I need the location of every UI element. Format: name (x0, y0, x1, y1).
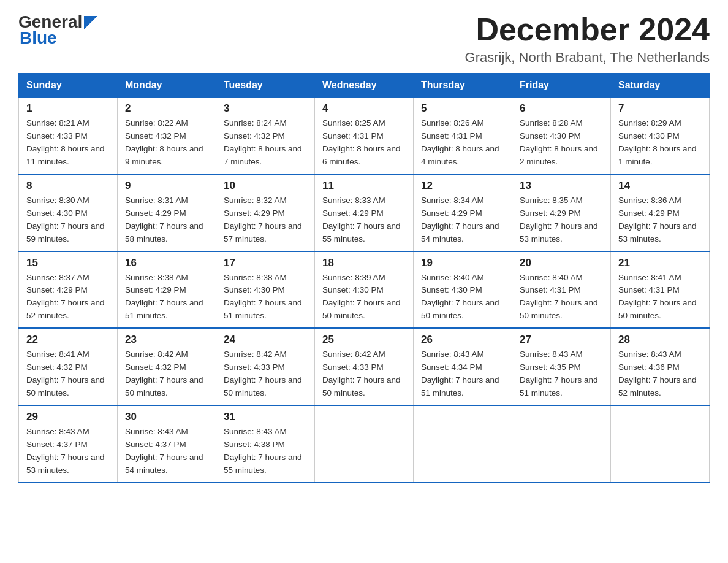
calendar-cell: 9 Sunrise: 8:31 AMSunset: 4:29 PMDayligh… (118, 174, 216, 251)
day-info: Sunrise: 8:24 AMSunset: 4:32 PMDaylight:… (224, 117, 307, 169)
day-info: Sunrise: 8:31 AMSunset: 4:29 PMDaylight:… (125, 194, 208, 246)
calendar-cell: 25 Sunrise: 8:42 AMSunset: 4:33 PMDaylig… (315, 328, 414, 405)
weekday-header-saturday: Saturday (611, 74, 710, 98)
day-number: 4 (322, 102, 406, 115)
day-info: Sunrise: 8:28 AMSunset: 4:30 PMDaylight:… (520, 117, 603, 169)
day-number: 3 (224, 102, 307, 115)
day-number: 11 (322, 180, 406, 192)
day-info: Sunrise: 8:43 AMSunset: 4:34 PMDaylight:… (421, 348, 504, 400)
calendar-cell: 7 Sunrise: 8:29 AMSunset: 4:30 PMDayligh… (611, 98, 710, 174)
day-info: Sunrise: 8:35 AMSunset: 4:29 PMDaylight:… (520, 194, 603, 246)
calendar-cell: 15 Sunrise: 8:37 AMSunset: 4:29 PMDaylig… (19, 251, 118, 329)
day-number: 18 (322, 257, 406, 269)
day-info: Sunrise: 8:26 AMSunset: 4:31 PMDaylight:… (421, 117, 504, 169)
calendar-cell: 19 Sunrise: 8:40 AMSunset: 4:30 PMDaylig… (414, 251, 512, 329)
day-info: Sunrise: 8:43 AMSunset: 4:37 PMDaylight:… (26, 426, 110, 477)
calendar-cell: 23 Sunrise: 8:42 AMSunset: 4:32 PMDaylig… (118, 328, 216, 405)
calendar-cell: 2 Sunrise: 8:22 AMSunset: 4:32 PMDayligh… (118, 98, 216, 174)
month-year-title: December 2024 (465, 12, 710, 47)
page-header: General Blue December 2024 Grasrijk, Nor… (18, 12, 710, 66)
svg-marker-0 (84, 16, 97, 29)
calendar-cell: 30 Sunrise: 8:43 AMSunset: 4:37 PMDaylig… (118, 405, 216, 483)
day-info: Sunrise: 8:42 AMSunset: 4:33 PMDaylight:… (322, 348, 406, 400)
day-number: 19 (421, 257, 504, 269)
title-area: December 2024 Grasrijk, North Brabant, T… (465, 12, 710, 66)
calendar-cell (611, 405, 710, 483)
day-number: 25 (322, 334, 406, 346)
day-number: 14 (618, 180, 702, 192)
calendar-cell: 4 Sunrise: 8:25 AMSunset: 4:31 PMDayligh… (315, 98, 414, 174)
calendar-cell: 11 Sunrise: 8:33 AMSunset: 4:29 PMDaylig… (315, 174, 414, 251)
calendar-week-row-2: 8 Sunrise: 8:30 AMSunset: 4:30 PMDayligh… (19, 174, 710, 251)
calendar-cell: 27 Sunrise: 8:43 AMSunset: 4:35 PMDaylig… (512, 328, 611, 405)
weekday-header-monday: Monday (118, 74, 216, 98)
calendar-cell: 29 Sunrise: 8:43 AMSunset: 4:37 PMDaylig… (19, 405, 118, 483)
calendar-cell: 22 Sunrise: 8:41 AMSunset: 4:32 PMDaylig… (19, 328, 118, 405)
day-info: Sunrise: 8:25 AMSunset: 4:31 PMDaylight:… (322, 117, 406, 169)
calendar-cell: 5 Sunrise: 8:26 AMSunset: 4:31 PMDayligh… (414, 98, 512, 174)
day-number: 30 (125, 411, 208, 423)
day-info: Sunrise: 8:39 AMSunset: 4:30 PMDaylight:… (322, 272, 406, 323)
calendar-cell: 17 Sunrise: 8:38 AMSunset: 4:30 PMDaylig… (216, 251, 315, 329)
day-info: Sunrise: 8:43 AMSunset: 4:37 PMDaylight:… (125, 426, 208, 477)
day-number: 17 (224, 257, 307, 269)
day-info: Sunrise: 8:37 AMSunset: 4:29 PMDaylight:… (26, 272, 110, 323)
day-number: 15 (26, 257, 110, 269)
calendar-cell: 3 Sunrise: 8:24 AMSunset: 4:32 PMDayligh… (216, 98, 315, 174)
day-info: Sunrise: 8:38 AMSunset: 4:30 PMDaylight:… (224, 272, 307, 323)
day-info: Sunrise: 8:41 AMSunset: 4:32 PMDaylight:… (26, 348, 110, 400)
day-info: Sunrise: 8:32 AMSunset: 4:29 PMDaylight:… (224, 194, 307, 246)
day-number: 31 (224, 411, 307, 423)
calendar-cell (315, 405, 414, 483)
calendar-cell: 8 Sunrise: 8:30 AMSunset: 4:30 PMDayligh… (19, 174, 118, 251)
calendar-cell (414, 405, 512, 483)
calendar-cell: 20 Sunrise: 8:40 AMSunset: 4:31 PMDaylig… (512, 251, 611, 329)
day-info: Sunrise: 8:42 AMSunset: 4:32 PMDaylight:… (125, 348, 208, 400)
weekday-header-sunday: Sunday (19, 74, 118, 98)
day-number: 27 (520, 334, 603, 346)
calendar-week-row-1: 1 Sunrise: 8:21 AMSunset: 4:33 PMDayligh… (19, 98, 710, 174)
day-number: 23 (125, 334, 208, 346)
calendar-cell: 31 Sunrise: 8:43 AMSunset: 4:38 PMDaylig… (216, 405, 315, 483)
calendar-week-row-4: 22 Sunrise: 8:41 AMSunset: 4:32 PMDaylig… (19, 328, 710, 405)
day-info: Sunrise: 8:36 AMSunset: 4:29 PMDaylight:… (618, 194, 702, 246)
day-info: Sunrise: 8:43 AMSunset: 4:36 PMDaylight:… (618, 348, 702, 400)
day-number: 10 (224, 180, 307, 192)
day-number: 29 (26, 411, 110, 423)
day-number: 12 (421, 180, 504, 192)
calendar-cell: 24 Sunrise: 8:42 AMSunset: 4:33 PMDaylig… (216, 328, 315, 405)
location-subtitle: Grasrijk, North Brabant, The Netherlands (465, 50, 710, 66)
day-number: 7 (618, 102, 702, 115)
day-number: 24 (224, 334, 307, 346)
calendar-cell: 21 Sunrise: 8:41 AMSunset: 4:31 PMDaylig… (611, 251, 710, 329)
calendar-cell: 18 Sunrise: 8:39 AMSunset: 4:30 PMDaylig… (315, 251, 414, 329)
day-number: 20 (520, 257, 603, 269)
calendar-week-row-3: 15 Sunrise: 8:37 AMSunset: 4:29 PMDaylig… (19, 251, 710, 329)
day-number: 8 (26, 180, 110, 192)
calendar-cell: 16 Sunrise: 8:38 AMSunset: 4:29 PMDaylig… (118, 251, 216, 329)
day-number: 5 (421, 102, 504, 115)
weekday-header-tuesday: Tuesday (216, 74, 315, 98)
day-info: Sunrise: 8:22 AMSunset: 4:32 PMDaylight:… (125, 117, 208, 169)
calendar-week-row-5: 29 Sunrise: 8:43 AMSunset: 4:37 PMDaylig… (19, 405, 710, 483)
day-info: Sunrise: 8:38 AMSunset: 4:29 PMDaylight:… (125, 272, 208, 323)
day-info: Sunrise: 8:41 AMSunset: 4:31 PMDaylight:… (618, 272, 702, 323)
calendar-cell: 10 Sunrise: 8:32 AMSunset: 4:29 PMDaylig… (216, 174, 315, 251)
day-number: 2 (125, 102, 208, 115)
day-info: Sunrise: 8:30 AMSunset: 4:30 PMDaylight:… (26, 194, 110, 246)
day-info: Sunrise: 8:40 AMSunset: 4:31 PMDaylight:… (520, 272, 603, 323)
logo-triangle-icon (84, 16, 97, 29)
weekday-header-row: SundayMondayTuesdayWednesdayThursdayFrid… (19, 74, 710, 98)
calendar-cell: 14 Sunrise: 8:36 AMSunset: 4:29 PMDaylig… (611, 174, 710, 251)
calendar-cell: 26 Sunrise: 8:43 AMSunset: 4:34 PMDaylig… (414, 328, 512, 405)
day-info: Sunrise: 8:42 AMSunset: 4:33 PMDaylight:… (224, 348, 307, 400)
day-info: Sunrise: 8:33 AMSunset: 4:29 PMDaylight:… (322, 194, 406, 246)
weekday-header-wednesday: Wednesday (315, 74, 414, 98)
weekday-header-friday: Friday (512, 74, 611, 98)
calendar-table: SundayMondayTuesdayWednesdayThursdayFrid… (18, 73, 710, 483)
day-info: Sunrise: 8:34 AMSunset: 4:29 PMDaylight:… (421, 194, 504, 246)
day-number: 1 (26, 102, 110, 115)
calendar-cell: 28 Sunrise: 8:43 AMSunset: 4:36 PMDaylig… (611, 328, 710, 405)
day-number: 9 (125, 180, 208, 192)
calendar-cell (512, 405, 611, 483)
